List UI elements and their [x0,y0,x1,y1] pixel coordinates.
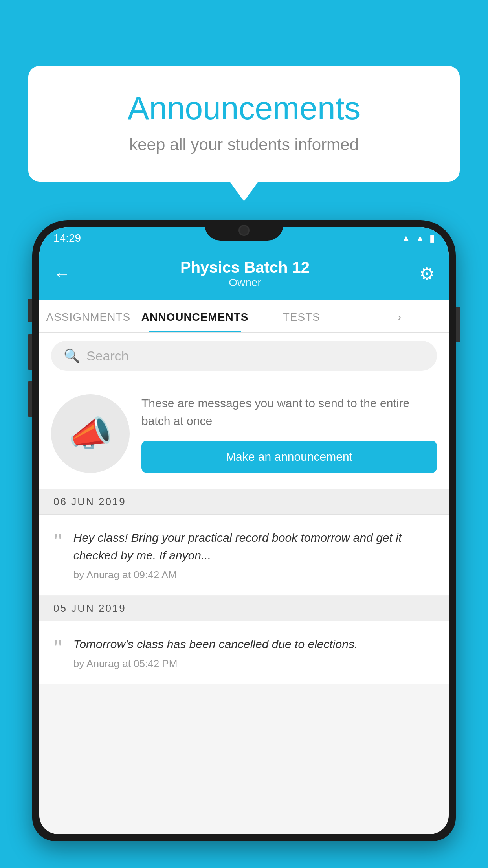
tab-announcements[interactable]: ANNOUNCEMENTS [138,300,253,332]
quote-icon-2: " [53,637,62,659]
front-camera [238,225,250,236]
search-placeholder: Search [86,348,129,364]
announcement-content-1: Hey class! Bring your practical record b… [73,529,435,581]
header-subtitle: Owner [180,276,310,289]
promo-text: These are messages you want to send to t… [141,394,437,430]
tab-more[interactable]: › [350,300,449,332]
tab-tests[interactable]: TESTS [253,300,351,332]
header-center: Physics Batch 12 Owner [180,259,310,289]
announcement-text-2: Tomorrow's class has been cancelled due … [73,635,435,653]
speech-bubble: Announcements keep all your students inf… [28,66,460,182]
battery-icon: ▮ [429,233,435,244]
volume-down-button [28,334,32,370]
search-container: 🔍 Search [39,333,449,379]
megaphone-icon: 📣 [68,413,112,454]
announcement-meta-2: by Anurag at 05:42 PM [73,658,435,670]
settings-icon[interactable]: ⚙ [419,264,435,284]
promo-content: These are messages you want to send to t… [141,394,437,473]
phone-screen: 14:29 ▲ ▲ ▮ ← Physics Batch 12 Owner ⚙ [39,227,449,834]
date-separator-1: 06 JUN 2019 [39,489,449,515]
tab-bar: ASSIGNMENTS ANNOUNCEMENTS TESTS › [39,300,449,333]
header-title: Physics Batch 12 [180,259,310,276]
search-icon: 🔍 [64,348,80,364]
announcement-item-1[interactable]: " Hey class! Bring your practical record… [39,515,449,596]
announcement-content-2: Tomorrow's class has been cancelled due … [73,635,435,670]
date-separator-2: 05 JUN 2019 [39,596,449,621]
back-button[interactable]: ← [53,264,71,284]
announcement-meta-1: by Anurag at 09:42 AM [73,569,435,581]
status-time: 14:29 [53,232,81,245]
volume-up-button [28,299,32,322]
app-header: ← Physics Batch 12 Owner ⚙ [39,249,449,300]
bubble-title: Announcements [48,90,440,127]
phone-outer: 14:29 ▲ ▲ ▮ ← Physics Batch 12 Owner ⚙ [32,220,456,841]
bubble-subtitle: keep all your students informed [48,135,440,154]
make-announcement-button[interactable]: Make an announcement [141,441,437,473]
tab-assignments[interactable]: ASSIGNMENTS [39,300,138,332]
phone-mockup: 14:29 ▲ ▲ ▮ ← Physics Batch 12 Owner ⚙ [32,220,456,868]
search-bar[interactable]: 🔍 Search [51,341,437,371]
signal-icon: ▲ [415,233,425,244]
wifi-icon: ▲ [401,233,411,244]
silent-button [28,381,32,417]
announcement-icon-circle: 📣 [51,394,130,473]
announcement-item-2[interactable]: " Tomorrow's class has been cancelled du… [39,621,449,684]
phone-notch [205,220,283,241]
promo-section: 📣 These are messages you want to send to… [39,379,449,489]
quote-icon-1: " [53,530,62,552]
power-button [456,307,460,342]
status-icons: ▲ ▲ ▮ [401,233,435,244]
announcement-text-1: Hey class! Bring your practical record b… [73,529,435,564]
